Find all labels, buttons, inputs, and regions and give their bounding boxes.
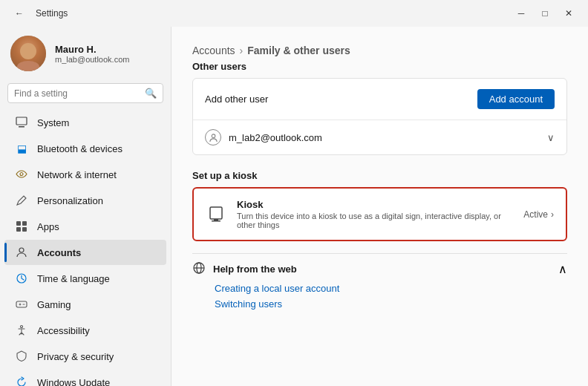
sidebar-item-gaming[interactable]: Gaming	[4, 292, 166, 317]
nav-list: System ⬓ Bluetooth & devices Network & i…	[0, 109, 171, 386]
app-body: Mauro H. m_lab@outlook.com 🔍 System ⬓ Bl…	[0, 27, 588, 386]
svg-point-7	[19, 248, 24, 252]
user-email: m_lab@outlook.com	[55, 55, 160, 64]
avatar	[10, 36, 46, 71]
sidebar-item-system[interactable]: System	[4, 110, 166, 135]
help-links: Creating a local user account Switching …	[192, 283, 567, 310]
sidebar-item-apps-label: Apps	[37, 221, 59, 232]
chevron-up-icon: ∧	[558, 262, 567, 276]
svg-point-10	[21, 326, 23, 328]
breadcrumb-separator: ›	[240, 45, 244, 56]
user-row[interactable]: m_lab2@outlook.com ∨	[193, 120, 566, 154]
user-info: Mauro H. m_lab@outlook.com	[55, 44, 160, 64]
search-icon: 🔍	[145, 88, 157, 99]
svg-rect-13	[214, 219, 218, 220]
sidebar-item-bluetooth-label: Bluetooth & devices	[37, 143, 122, 154]
user-name: Mauro H.	[55, 44, 160, 55]
chevron-down-icon: ∨	[547, 132, 555, 143]
svg-rect-4	[22, 221, 27, 226]
sidebar-item-windows-update-label: Windows Update	[37, 377, 110, 387]
kiosk-section: Set up a kiosk Kiosk Turn this device in…	[192, 170, 567, 241]
add-user-row: Add other user Add account	[193, 79, 566, 120]
kiosk-title: Kiosk	[237, 199, 513, 210]
sidebar-item-accounts[interactable]: Accounts	[4, 240, 166, 265]
svg-rect-12	[210, 207, 222, 219]
svg-point-11	[212, 134, 215, 137]
main-content: Accounts › Family & other users Other us…	[171, 27, 588, 386]
network-icon	[15, 168, 28, 181]
other-users-section-title: Other users	[192, 61, 567, 72]
sidebar-item-accounts-label: Accounts	[37, 247, 81, 258]
sidebar-item-apps[interactable]: Apps	[4, 214, 166, 239]
svg-point-2	[20, 173, 23, 176]
kiosk-card[interactable]: Kiosk Turn this device into a kiosk to u…	[192, 187, 567, 241]
help-section-title: Help from the web	[213, 264, 297, 275]
back-button[interactable]: ←	[9, 6, 30, 21]
windows-update-icon	[15, 376, 28, 386]
accounts-icon	[15, 246, 28, 259]
svg-rect-1	[19, 126, 24, 128]
breadcrumb-accounts: Accounts	[192, 45, 235, 56]
kiosk-status: Active ›	[523, 209, 554, 220]
add-user-label: Add other user	[205, 94, 268, 105]
sidebar-item-gaming-label: Gaming	[37, 299, 71, 310]
kiosk-icon	[206, 204, 226, 225]
sidebar-item-windows-update[interactable]: Windows Update	[4, 370, 166, 386]
svg-rect-0	[16, 117, 27, 125]
minimize-button[interactable]: ─	[511, 6, 532, 21]
time-icon	[15, 272, 28, 285]
window-controls: ─ □ ✕	[511, 6, 579, 21]
avatar-body	[17, 61, 39, 71]
kiosk-description: Turn this device into a kiosk to use as …	[237, 212, 513, 229]
sidebar-item-privacy[interactable]: Privacy & security	[4, 344, 166, 369]
help-section: Help from the web ∧ Creating a local use…	[192, 253, 567, 310]
gaming-icon	[15, 298, 28, 311]
sidebar-item-accessibility-label: Accessibility	[37, 325, 90, 336]
svg-rect-5	[16, 227, 21, 232]
sidebar-item-time-label: Time & language	[37, 273, 110, 284]
kiosk-text: Kiosk Turn this device into a kiosk to u…	[237, 199, 513, 229]
svg-rect-6	[22, 227, 27, 232]
search-box[interactable]: 🔍	[7, 83, 163, 103]
close-button[interactable]: ✕	[558, 6, 579, 21]
svg-rect-14	[212, 220, 220, 222]
sidebar-item-network[interactable]: Network & internet	[4, 162, 166, 187]
maximize-button[interactable]: □	[535, 6, 555, 21]
kiosk-section-title: Set up a kiosk	[192, 170, 567, 181]
chevron-right-icon: ›	[551, 209, 554, 220]
search-input[interactable]	[14, 88, 140, 99]
help-header[interactable]: Help from the web ∧	[192, 253, 567, 283]
sidebar-item-personalization-label: Personalization	[37, 195, 103, 206]
privacy-icon	[15, 350, 28, 363]
accessibility-icon	[15, 324, 28, 337]
app-title: Settings	[36, 8, 68, 19]
kiosk-status-text: Active	[523, 209, 548, 220]
sidebar-item-time[interactable]: Time & language	[4, 266, 166, 291]
add-account-button[interactable]: Add account	[477, 89, 555, 109]
help-link-switching-users[interactable]: Switching users	[215, 298, 567, 310]
other-users-card: Add other user Add account m_lab2@outloo…	[192, 78, 567, 155]
breadcrumb: Accounts › Family & other users	[192, 45, 567, 56]
user-profile: Mauro H. m_lab@outlook.com	[0, 27, 171, 83]
svg-rect-9	[16, 301, 27, 307]
page-title: Family & other users	[247, 45, 350, 56]
help-globe-icon	[192, 261, 206, 277]
help-link-local-user[interactable]: Creating a local user account	[215, 283, 567, 294]
user-row-left: m_lab2@outlook.com	[205, 129, 322, 145]
system-icon	[15, 116, 28, 129]
user-row-email: m_lab2@outlook.com	[229, 132, 322, 143]
title-bar-left: ← Settings	[9, 6, 68, 21]
personalization-icon	[15, 194, 28, 207]
bluetooth-icon: ⬓	[15, 142, 28, 155]
avatar-face	[20, 43, 36, 59]
sidebar-item-bluetooth[interactable]: ⬓ Bluetooth & devices	[4, 136, 166, 161]
user-row-icon	[205, 129, 221, 145]
sidebar: Mauro H. m_lab@outlook.com 🔍 System ⬓ Bl…	[0, 27, 171, 386]
sidebar-item-network-label: Network & internet	[37, 169, 117, 180]
sidebar-item-accessibility[interactable]: Accessibility	[4, 318, 166, 343]
sidebar-item-system-label: System	[37, 117, 69, 128]
sidebar-item-personalization[interactable]: Personalization	[4, 188, 166, 213]
title-bar: ← Settings ─ □ ✕	[0, 0, 588, 27]
avatar-inner	[10, 36, 46, 71]
sidebar-item-privacy-label: Privacy & security	[37, 351, 114, 362]
